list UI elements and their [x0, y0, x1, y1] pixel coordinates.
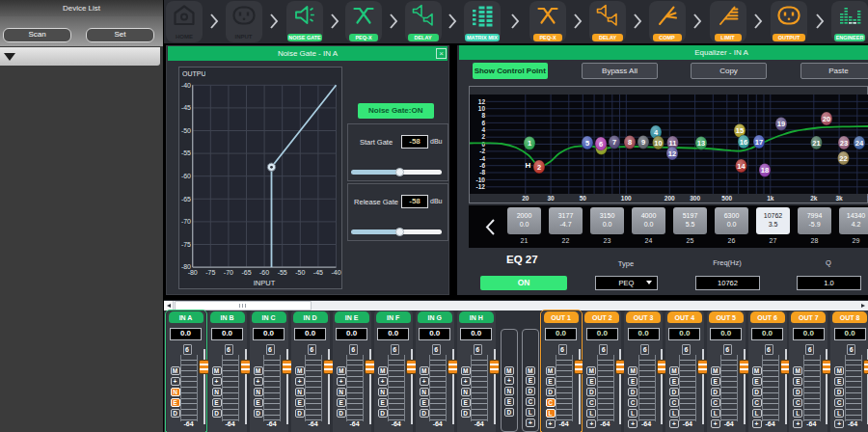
svg-text:19: 19 [777, 120, 785, 128]
svg-text:-4: -4 [479, 155, 485, 162]
svg-text:-65: -65 [181, 196, 191, 202]
svg-text:16: 16 [740, 138, 747, 147]
svg-text:6: 6 [481, 120, 485, 126]
svg-text:20: 20 [823, 115, 830, 123]
svg-text:-45: -45 [181, 104, 191, 111]
svg-text:0: 0 [481, 141, 485, 148]
svg-text:-70: -70 [181, 218, 191, 225]
svg-text:-80: -80 [188, 269, 198, 276]
svg-text:INPUT: INPUT [254, 279, 276, 287]
svg-text:-10: -10 [476, 176, 486, 183]
svg-text:H: H [526, 161, 531, 170]
svg-text:7: 7 [612, 138, 616, 147]
svg-text:-6: -6 [479, 162, 485, 169]
svg-text:-60: -60 [181, 173, 191, 179]
svg-text:500: 500 [721, 195, 732, 202]
svg-text:12: 12 [478, 98, 486, 105]
svg-text:-55: -55 [181, 149, 191, 156]
svg-text:200: 200 [665, 195, 675, 202]
svg-text:4: 4 [481, 126, 485, 133]
svg-text:-50: -50 [181, 127, 191, 134]
svg-text:8: 8 [628, 138, 632, 147]
svg-text:2: 2 [537, 163, 541, 172]
svg-text:-45: -45 [313, 269, 323, 276]
svg-text:3k: 3k [835, 195, 843, 202]
svg-text:20: 20 [522, 195, 529, 202]
svg-text:-75: -75 [205, 269, 215, 276]
svg-text:100: 100 [621, 195, 632, 202]
svg-text:5: 5 [585, 139, 589, 148]
svg-text:11: 11 [669, 139, 677, 148]
svg-text:-70: -70 [224, 269, 233, 276]
svg-text:24: 24 [855, 139, 864, 148]
svg-text:1k: 1k [767, 195, 774, 202]
svg-text:-40: -40 [331, 269, 340, 276]
svg-text:8: 8 [481, 112, 485, 119]
svg-text:-65: -65 [241, 269, 251, 276]
svg-text:18: 18 [761, 166, 769, 175]
svg-text:50: 50 [580, 195, 587, 202]
svg-text:17: 17 [755, 138, 763, 147]
svg-text:-2: -2 [479, 148, 485, 154]
svg-text:10: 10 [654, 139, 662, 148]
svg-text:6: 6 [599, 140, 603, 148]
svg-text:14: 14 [737, 162, 746, 171]
svg-text:2: 2 [481, 133, 485, 140]
svg-text:-40: -40 [181, 82, 191, 89]
svg-text:23: 23 [840, 139, 848, 148]
svg-text:-60: -60 [259, 269, 269, 276]
svg-text:15: 15 [736, 126, 744, 135]
svg-text:10: 10 [478, 105, 486, 112]
svg-text:12: 12 [668, 149, 676, 158]
svg-text:2k: 2k [810, 195, 818, 202]
svg-text:-50: -50 [295, 269, 305, 276]
svg-text:-55: -55 [278, 269, 287, 276]
svg-text:300: 300 [690, 195, 700, 202]
svg-text:30: 30 [547, 195, 555, 202]
svg-text:-12: -12 [476, 183, 486, 190]
svg-text:13: 13 [697, 139, 705, 148]
svg-text:-75: -75 [181, 241, 191, 248]
svg-text:22: 22 [839, 154, 847, 163]
svg-text:21: 21 [812, 139, 820, 148]
svg-text:-8: -8 [479, 169, 485, 176]
svg-text:1: 1 [528, 139, 531, 148]
svg-text:9: 9 [641, 138, 645, 147]
